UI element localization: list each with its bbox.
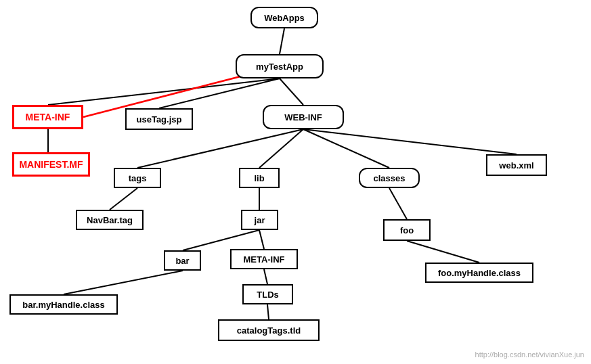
node-usetag: useTag.jsp <box>125 108 193 130</box>
svg-line-16 <box>264 269 267 284</box>
node-meta-inf: META-INF <box>12 105 83 129</box>
svg-line-0 <box>280 28 284 54</box>
svg-line-3 <box>280 78 303 105</box>
node-tags: tags <box>114 168 161 188</box>
svg-line-17 <box>267 304 269 319</box>
node-classes: classes <box>359 168 420 188</box>
node-meta-inf2: META-INF <box>230 249 298 269</box>
svg-line-8 <box>303 129 389 168</box>
node-web-xml: web.xml <box>486 154 547 176</box>
node-bar-handle: bar.myHandle.class <box>9 294 118 315</box>
svg-line-7 <box>259 129 303 168</box>
svg-line-13 <box>259 230 264 249</box>
svg-line-2 <box>159 78 280 108</box>
node-lib: lib <box>239 168 280 188</box>
node-foo-handle: foo.myHandle.class <box>425 263 533 283</box>
node-tlds: TLDs <box>242 284 293 304</box>
node-jar: jar <box>241 210 278 230</box>
node-foo: foo <box>383 219 431 241</box>
node-manifest: MANIFEST.MF <box>12 152 90 177</box>
node-webapps: WebApps <box>250 7 318 28</box>
node-navbar: NavBar.tag <box>76 210 144 230</box>
node-catalogtags: catalogTags.tld <box>218 319 320 341</box>
node-mytestapp: myTestApp <box>236 54 324 78</box>
svg-line-1 <box>48 78 280 105</box>
svg-line-5 <box>303 129 517 154</box>
svg-line-15 <box>64 271 183 294</box>
svg-line-11 <box>389 188 407 219</box>
node-web-inf: WEB-INF <box>263 105 344 129</box>
svg-line-12 <box>183 230 259 250</box>
node-bar: bar <box>164 250 201 271</box>
svg-line-6 <box>137 129 303 168</box>
svg-line-9 <box>110 188 137 210</box>
watermark: http://blog.csdn.net/vivianXue.jun <box>475 350 584 359</box>
svg-line-14 <box>407 241 479 263</box>
